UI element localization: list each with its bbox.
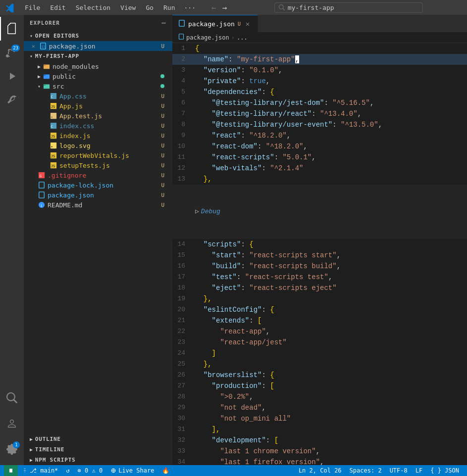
nav-back[interactable]: ← bbox=[209, 3, 218, 12]
breadcrumb-file[interactable]: package.json bbox=[186, 34, 229, 41]
tab-close[interactable]: ✕ bbox=[244, 20, 252, 28]
tree-package-lock[interactable]: package-lock.json U bbox=[24, 180, 172, 190]
status-flame[interactable]: 🔥 bbox=[158, 465, 173, 476]
activity-source-control[interactable]: 23 bbox=[0, 41, 24, 64]
line-content-21: "extends": [ bbox=[193, 315, 467, 326]
breadcrumb-item[interactable]: ... bbox=[237, 34, 248, 41]
setup-tests-icon: JS bbox=[50, 161, 57, 169]
line-content-4: "private": true, bbox=[193, 76, 467, 87]
sync-icon: ↺ bbox=[66, 467, 69, 474]
line-num-6: 6 bbox=[172, 97, 193, 108]
src-name: src bbox=[52, 83, 158, 90]
tree-setup-tests[interactable]: JS setupTests.js U bbox=[24, 160, 172, 170]
status-live-share[interactable]: Live Share bbox=[106, 465, 158, 476]
tree-src[interactable]: ▾ src bbox=[24, 81, 172, 91]
code-line-10: 10 "react-dom": "^18.2.0", bbox=[172, 141, 467, 152]
code-line-33: 33 "last 1 chrome version", bbox=[172, 446, 467, 457]
menu-go[interactable]: Go bbox=[142, 3, 157, 12]
tree-app-js[interactable]: JS App.js U bbox=[24, 101, 172, 111]
status-spaces[interactable]: Spaces: 2 bbox=[346, 465, 386, 476]
tree-app-test[interactable]: ⚠ App.test.js U bbox=[24, 111, 172, 121]
report-web-vitals-name: reportWebVitals.js bbox=[59, 152, 159, 159]
status-errors[interactable]: ⊗ 0 ⚠ 0 bbox=[74, 465, 107, 476]
tree-readme[interactable]: i README.md U bbox=[24, 200, 172, 210]
status-position[interactable]: Ln 2, Col 26 bbox=[295, 465, 346, 476]
code-line-29: 29 "not dead", bbox=[172, 402, 467, 413]
line-content-23: "react-app/jest" bbox=[193, 337, 467, 348]
line-num-34: 34 bbox=[172, 457, 193, 465]
line-content-30: "not op_mini all" bbox=[193, 413, 467, 424]
status-line-ending[interactable]: LF bbox=[412, 465, 426, 476]
package-lock-name: package-lock.json bbox=[48, 182, 159, 189]
branch-label: ⎇ main* bbox=[30, 467, 58, 474]
activity-explorer[interactable] bbox=[0, 17, 24, 41]
svg-rect-5 bbox=[44, 75, 46, 76]
tree-node-modules[interactable]: ▶ node_modules bbox=[24, 61, 172, 71]
activity-extensions[interactable] bbox=[0, 88, 24, 112]
tree-index-js[interactable]: JS index.js U bbox=[24, 131, 172, 141]
index-js-modified: U bbox=[161, 133, 168, 139]
code-editor[interactable]: 1 { 2 "name": "my-first-app", 3 "version… bbox=[172, 43, 467, 465]
line-num-30: 30 bbox=[172, 413, 193, 424]
nav-forward[interactable]: → bbox=[220, 3, 229, 12]
code-line-19: 19 }, bbox=[172, 293, 467, 304]
menu-run[interactable]: Run bbox=[159, 3, 179, 12]
tree-report-web-vitals[interactable]: JS reportWebVitals.js U bbox=[24, 150, 172, 160]
report-web-vitals-icon: JS bbox=[50, 151, 57, 159]
status-language[interactable]: { } JSON bbox=[426, 465, 463, 476]
status-encoding[interactable]: UTF-8 bbox=[386, 465, 412, 476]
code-line-4: 4 "private": true, bbox=[172, 76, 467, 87]
line-content-26: "browserslist": { bbox=[193, 370, 467, 381]
activity-account[interactable] bbox=[0, 412, 24, 435]
svg-text:{}: {} bbox=[41, 45, 45, 48]
menu-selection[interactable]: Selection bbox=[72, 3, 114, 12]
code-line-22: 22 "react-app", bbox=[172, 326, 467, 337]
open-editors-header[interactable]: ▾ OPEN EDITORS bbox=[24, 31, 172, 41]
gitignore-modified: U bbox=[161, 172, 168, 179]
logo-svg-modified: U bbox=[161, 143, 168, 149]
menu-view[interactable]: View bbox=[116, 3, 140, 12]
tree-logo-svg[interactable]: ★ logo.svg U bbox=[24, 141, 172, 150]
encoding-label: UTF-8 bbox=[390, 467, 408, 474]
line-content-8: "@testing-library/user-event": "^13.5.0"… bbox=[193, 119, 467, 130]
activity-settings[interactable]: 1 bbox=[0, 437, 24, 461]
outline-section[interactable]: ▶ OUTLINE bbox=[24, 434, 172, 444]
tree-public[interactable]: ▶ public bbox=[24, 71, 172, 81]
menu-more[interactable]: ··· bbox=[181, 3, 199, 12]
code-line-27: 27 "production": [ bbox=[172, 381, 467, 391]
tree-gitignore[interactable]: G .gitignore U bbox=[24, 170, 172, 180]
branch-icon bbox=[22, 468, 28, 474]
search-text: my-first-app bbox=[288, 4, 334, 11]
line-num-20: 20 bbox=[172, 304, 193, 315]
outline-chevron: ▶ bbox=[30, 436, 33, 442]
sidebar-new-file[interactable]: ⋯ bbox=[162, 19, 166, 27]
readme-icon: i bbox=[38, 201, 46, 209]
status-remote[interactable] bbox=[4, 465, 18, 476]
line-num-23: 23 bbox=[172, 337, 193, 348]
menu-edit[interactable]: Edit bbox=[46, 3, 69, 12]
code-line-debug: 13 ▷ Debug bbox=[172, 185, 467, 239]
debug-label: Debug bbox=[201, 206, 220, 217]
npm-scripts-chevron: ▶ bbox=[30, 457, 33, 463]
title-search-bar[interactable]: my-first-app bbox=[274, 2, 423, 13]
activity-run[interactable] bbox=[0, 64, 24, 88]
menu-file[interactable]: File bbox=[21, 3, 44, 12]
activity-search[interactable] bbox=[0, 386, 24, 410]
tree-index-css[interactable]: C index.css U bbox=[24, 121, 172, 131]
npm-scripts-section[interactable]: ▶ NPM SCRIPTS bbox=[24, 455, 172, 465]
line-num-27: 27 bbox=[172, 381, 193, 391]
tab-package-json[interactable]: package.json U ✕ bbox=[172, 15, 258, 32]
timeline-section[interactable]: ▶ TIMELINE bbox=[24, 444, 172, 455]
status-sync[interactable]: ↺ bbox=[62, 465, 73, 476]
project-header[interactable]: ▾ MY-FIRST-APP bbox=[24, 51, 172, 61]
debug-run-icon[interactable]: ▷ bbox=[195, 206, 199, 217]
setup-tests-name: setupTests.js bbox=[59, 162, 159, 169]
line-num-26: 26 bbox=[172, 370, 193, 381]
tree-app-css[interactable]: C App.css U bbox=[24, 91, 172, 101]
open-editor-close[interactable]: ✕ bbox=[30, 43, 37, 49]
tree-package-json[interactable]: package.json U bbox=[24, 190, 172, 200]
project-section: ▾ MY-FIRST-APP ▶ node_modules ▶ public bbox=[24, 51, 172, 210]
open-editor-package-json[interactable]: ✕ {} package.json U bbox=[24, 41, 172, 51]
status-branch[interactable]: ⎇ main* bbox=[18, 465, 62, 476]
setup-tests-modified: U bbox=[161, 162, 168, 169]
